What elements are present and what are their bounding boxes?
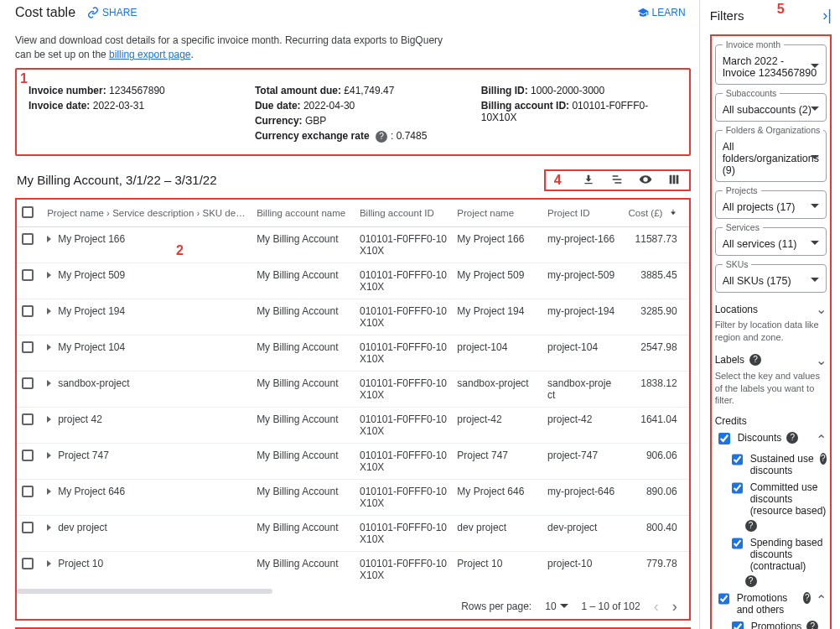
cell-billing-account-name: My Billing Account — [251, 226, 355, 263]
table-row[interactable]: My Project 646My Billing Account010101-F… — [17, 479, 689, 515]
subaccounts-select[interactable]: Subaccounts All subaccounts (2) — [715, 93, 827, 122]
table-row[interactable]: sandbox-projectMy Billing Account010101-… — [17, 371, 689, 407]
cell-project-id: project-104 — [542, 335, 620, 371]
cell-project-name: project-104 — [452, 335, 542, 371]
row-checkbox[interactable] — [22, 269, 34, 281]
exchange-rate: 0.7485 — [397, 130, 428, 142]
expand-row-icon[interactable] — [47, 452, 51, 459]
project-hierarchy: My Project 166 — [58, 233, 125, 245]
credits-title: Credits — [715, 415, 827, 427]
graduation-icon — [637, 7, 649, 18]
project-hierarchy: project 42 — [58, 413, 102, 425]
share-button[interactable]: SHARE — [87, 7, 137, 18]
cell-billing-account-name: My Billing Account — [251, 479, 355, 515]
row-checkbox[interactable] — [22, 450, 34, 461]
expand-row-icon[interactable] — [47, 560, 51, 567]
visibility-icon[interactable] — [639, 173, 652, 186]
cell-project-id: my-project-166 — [542, 226, 620, 263]
table-row[interactable]: dev projectMy Billing Account010101-F0FF… — [17, 515, 689, 551]
project-hierarchy: My Project 104 — [58, 341, 125, 353]
page-title: Cost table — [15, 5, 75, 20]
collapse-panel-icon[interactable]: ›| — [822, 7, 832, 24]
cell-project-id: sandbox-project — [542, 371, 620, 407]
row-checkbox[interactable] — [22, 233, 34, 245]
expand-rows-icon[interactable] — [610, 173, 624, 186]
col-billing-account-id[interactable]: Billing account ID — [355, 200, 452, 227]
col-project-id[interactable]: Project ID — [542, 200, 620, 227]
skus-select[interactable]: SKUs All SKUs (175) — [715, 264, 827, 293]
discounts-checkbox[interactable]: Discounts?⌃ — [715, 432, 827, 448]
help-icon[interactable]: ? — [749, 354, 761, 366]
rows-per-page-label: Rows per page: — [461, 600, 531, 612]
labels-section[interactable]: Labels?⌄ Select the key and values of th… — [715, 352, 827, 408]
promotions-checkbox[interactable]: Promotions and others?⌃ — [715, 592, 827, 616]
table-row[interactable]: My Project 104My Billing Account010101-F… — [17, 335, 689, 371]
table-row[interactable]: My Project 194My Billing Account010101-F… — [17, 299, 689, 335]
expand-row-icon[interactable] — [47, 524, 51, 531]
next-page-button[interactable]: › — [672, 599, 677, 614]
project-hierarchy: My Project 646 — [58, 486, 125, 497]
help-icon[interactable]: ? — [745, 575, 757, 587]
promotions-sub-checkbox[interactable]: Promotions? — [729, 621, 827, 629]
expand-row-icon[interactable] — [47, 416, 51, 423]
row-checkbox[interactable] — [22, 413, 34, 425]
col-billing-account-name[interactable]: Billing account name — [251, 200, 355, 227]
projects-select[interactable]: Projects All projects (17) — [715, 190, 827, 219]
prev-page-button[interactable]: ‹ — [654, 599, 659, 614]
cell-project-name: My Project 646 — [452, 479, 542, 515]
cell-project-name: My Project 509 — [452, 263, 542, 299]
cell-billing-account-name: My Billing Account — [251, 551, 355, 587]
row-checkbox[interactable] — [22, 377, 34, 389]
cell-project-name: My Project 166 — [452, 226, 542, 263]
table-row[interactable]: Project 10My Billing Account010101-F0FFF… — [17, 551, 689, 587]
cell-billing-account-name: My Billing Account — [251, 407, 355, 443]
share-label: SHARE — [102, 7, 137, 18]
help-icon[interactable]: ? — [745, 520, 757, 532]
row-checkbox[interactable] — [22, 486, 34, 497]
committed-use-checkbox[interactable]: Committed use discounts (resource based) — [729, 481, 827, 517]
columns-icon[interactable] — [667, 173, 681, 186]
sort-desc-icon — [669, 208, 677, 216]
link-icon — [87, 7, 99, 18]
col-project-name[interactable]: Project name — [452, 200, 542, 227]
cell-project-id: project-42 — [542, 407, 620, 443]
intro-text: View and download cost details for a spe… — [15, 34, 451, 63]
expand-row-icon[interactable] — [47, 488, 51, 495]
row-checkbox[interactable] — [22, 522, 34, 533]
row-checkbox[interactable] — [22, 305, 34, 317]
expand-row-icon[interactable] — [47, 380, 51, 387]
services-select[interactable]: Services All services (11) — [715, 227, 827, 256]
help-icon[interactable]: ? — [376, 131, 387, 143]
col-cost[interactable]: Cost (£) — [620, 200, 689, 227]
table-row[interactable]: project 42My Billing Account010101-F0FFF… — [17, 407, 689, 443]
expand-row-icon[interactable] — [47, 344, 51, 351]
folders-select[interactable]: Folders & Organizations All folders/orga… — [715, 130, 827, 182]
billing-export-link[interactable]: billing export page — [109, 49, 190, 60]
callout-5: 5 — [777, 2, 785, 17]
spending-based-checkbox[interactable]: Spending based discounts (contractual) — [729, 537, 827, 572]
cell-billing-account-name: My Billing Account — [251, 299, 355, 335]
table-row[interactable]: My Project 509My Billing Account010101-F… — [17, 263, 689, 299]
table-row[interactable]: Project 747My Billing Account010101-F0FF… — [17, 443, 689, 479]
cell-project-id: dev-project — [542, 515, 620, 551]
invoice-month-select[interactable]: Invoice month March 2022 - Invoice 12345… — [715, 44, 827, 85]
sustained-use-checkbox[interactable]: Sustained use discounts? — [729, 453, 827, 476]
download-icon[interactable] — [582, 173, 595, 186]
project-hierarchy: sandbox-project — [58, 377, 129, 389]
select-all-checkbox[interactable] — [22, 206, 34, 218]
project-hierarchy: My Project 509 — [58, 269, 125, 281]
rows-per-page-select[interactable]: 10 — [545, 600, 568, 612]
table-row[interactable]: My Project 166My Billing Account010101-F… — [17, 226, 689, 263]
locations-section[interactable]: Locations⌄ Filter by location data like … — [715, 301, 827, 344]
expand-row-icon[interactable] — [47, 236, 51, 242]
project-hierarchy: My Project 194 — [58, 305, 125, 317]
project-hierarchy: Project 747 — [58, 450, 109, 461]
expand-row-icon[interactable] — [47, 308, 51, 314]
row-checkbox[interactable] — [22, 558, 34, 569]
cell-billing-account-id: 010101-F0FFF0-10X10X — [355, 371, 452, 407]
col-hierarchy[interactable]: Project name › Service description › SKU… — [42, 200, 251, 227]
table-toolbar: 4 — [544, 169, 691, 191]
expand-row-icon[interactable] — [47, 272, 51, 278]
learn-button[interactable]: LEARN — [637, 7, 691, 18]
row-checkbox[interactable] — [22, 341, 34, 353]
